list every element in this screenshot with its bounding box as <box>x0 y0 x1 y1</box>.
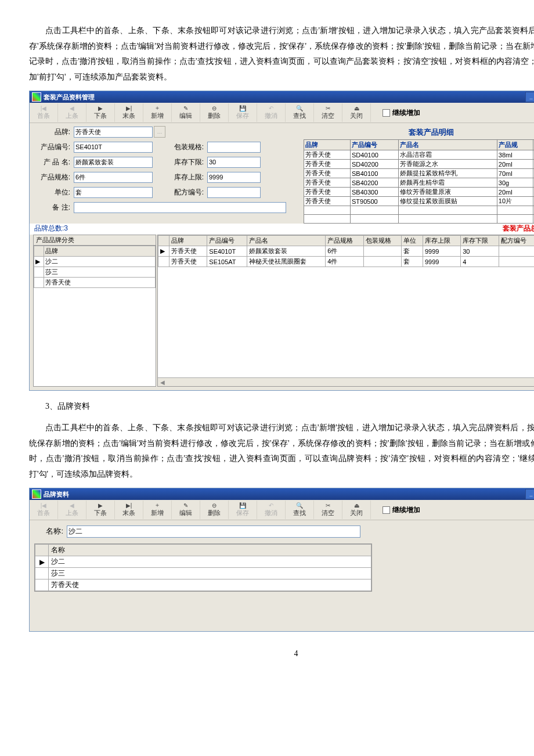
toolbar-label: 首条 <box>37 509 50 517</box>
scrollbar[interactable]: ◀ <box>158 377 534 386</box>
lookup-button[interactable]: … <box>154 126 165 138</box>
continue-add-checkbox[interactable]: 继续增加 <box>383 505 420 515</box>
list-item[interactable]: ▶沙二 <box>34 257 156 267</box>
toolbar-下条[interactable]: ▶下条 <box>86 103 115 122</box>
brand-total: 品牌总数:3 <box>34 224 68 233</box>
toolbar-关闭[interactable]: ⏏关闭 <box>342 501 371 519</box>
list-item[interactable]: 莎三 <box>34 267 156 278</box>
table-row[interactable]: ▶芳香天使SE4010T娇颜紧致套装6件套999930 <box>158 246 535 257</box>
toolbar-icon: ⏏ <box>352 105 360 111</box>
label-code: 产品编号: <box>33 142 74 152</box>
toolbar-icon: ◀ <box>68 105 76 111</box>
checkbox-label: 继续增加 <box>392 505 420 515</box>
toolbar-label: 下条 <box>94 509 107 517</box>
table-row[interactable]: 芳香天使SB40300修纹芳香能量原液20ml1 <box>304 188 535 197</box>
toolbar-label: 删除 <box>208 111 221 120</box>
toolbar-label: 上条 <box>66 509 78 517</box>
toolbar-label: 撤消 <box>265 111 277 120</box>
input-formula[interactable] <box>207 187 261 198</box>
minimize-button[interactable]: _ <box>525 92 534 102</box>
toolbar-icon: ＋ <box>153 502 161 508</box>
input-brand[interactable] <box>74 127 153 138</box>
toolbar-icon: ↶ <box>267 105 275 111</box>
page-number: 4 <box>29 649 534 658</box>
input-min[interactable] <box>207 157 261 168</box>
list-item[interactable]: 芳香天使 <box>34 278 156 288</box>
list-item[interactable]: 芳香天使 <box>35 579 371 591</box>
toolbar-编辑[interactable]: ✎编辑 <box>172 501 200 519</box>
detail-title: 套装产品明细 <box>304 125 534 139</box>
label-max: 库存上限: <box>167 172 207 182</box>
toolbar-末条[interactable]: ▶|末条 <box>115 103 143 122</box>
paragraph-2: 点击工具栏中的首条、上条、下条、末条按钮即可对该记录进行浏览；点击'新增'按钮，… <box>29 420 534 482</box>
toolbar-icon: ⏏ <box>352 502 360 508</box>
label-spec: 产品规格: <box>33 172 74 182</box>
toolbar-清空[interactable]: ✂清空 <box>314 501 342 519</box>
table-row[interactable]: 芳香天使SD40200芳香能源之水20ml1 <box>304 160 535 169</box>
input-remark[interactable] <box>74 202 286 213</box>
list-item[interactable]: 莎三 <box>35 568 371 579</box>
input-code[interactable] <box>74 142 153 153</box>
brand-list-caption: 产品品牌分类 <box>34 235 156 246</box>
table-row[interactable]: 芳香天使ST90500修纹提拉紧致面膜贴10片1 <box>304 197 535 206</box>
toolbar-清空[interactable]: ✂清空 <box>314 103 342 122</box>
toolbar-末条[interactable]: ▶|末条 <box>115 501 143 519</box>
toolbar-icon: 💾 <box>239 502 247 508</box>
toolbar-label: 查找 <box>293 111 306 120</box>
toolbar-icon: ✎ <box>182 105 190 111</box>
toolbar-icon: ⊖ <box>210 502 218 508</box>
toolbar-新增[interactable]: ＋新增 <box>143 103 172 122</box>
toolbar-icon: ＋ <box>153 105 161 111</box>
table-row[interactable]: 芳香天使SB40100娇颜提拉紧致精华乳70ml1 <box>304 169 535 178</box>
toolbar: |◀首条◀上条▶下条▶|末条＋新增✎编辑⊖删除💾保存↶撤消🔍查找✂清空⏏关闭继续… <box>30 500 534 520</box>
toolbar-撤消: ↶撤消 <box>257 501 286 519</box>
toolbar-下条[interactable]: ▶下条 <box>86 501 115 519</box>
toolbar-icon: ▶| <box>125 502 133 508</box>
input-spec[interactable] <box>74 172 153 183</box>
paragraph-1: 点击工具栏中的首条、上条、下条、末条按钮即可对该记录进行浏览；点击'新增'按钮，… <box>29 23 534 85</box>
titlebar[interactable]: 套装产品资料管理 _ ❐ ✕ <box>30 91 534 103</box>
titlebar[interactable]: 品牌资料 _ ❐ ✕ <box>30 488 534 500</box>
toolbar-label: 查找 <box>293 509 306 517</box>
toolbar-label: 撤消 <box>265 509 277 517</box>
input-max[interactable] <box>207 172 261 183</box>
list-item[interactable]: ▶沙二 <box>35 556 371 568</box>
input-pack[interactable] <box>207 142 261 153</box>
toolbar-撤消: ↶撤消 <box>257 103 286 122</box>
table-row[interactable]: 芳香天使SE105AT神秘天使祛黑眼圈套4件套99994 <box>158 257 535 267</box>
toolbar-label: 保存 <box>236 509 249 517</box>
label-formula: 配方编号: <box>167 188 207 197</box>
toolbar-查找[interactable]: 🔍查找 <box>286 103 314 122</box>
toolbar-icon: ⊖ <box>210 105 218 111</box>
checkbox-label: 继续增加 <box>392 108 420 118</box>
input-unit[interactable] <box>74 187 153 198</box>
toolbar-icon: ▶ <box>96 502 104 508</box>
table-row[interactable]: 芳香天使SD40100水晶洁容霜38ml1 <box>304 150 535 160</box>
toolbar-icon: 🔍 <box>295 502 304 508</box>
app-window-set-product: 套装产品资料管理 _ ❐ ✕ |◀首条◀上条▶下条▶|末条＋新增✎编辑⊖删除💾保… <box>29 91 534 391</box>
toolbar-首条: |◀首条 <box>30 501 58 519</box>
toolbar-label: 下条 <box>94 111 107 120</box>
toolbar-查找[interactable]: 🔍查找 <box>286 501 314 519</box>
toolbar-label: 保存 <box>236 111 249 120</box>
toolbar-新增[interactable]: ＋新增 <box>143 501 172 519</box>
toolbar-icon: ✂ <box>324 502 332 508</box>
brand-list[interactable]: 产品品牌分类 品牌▶沙二莎三芳香天使 <box>33 235 156 387</box>
minimize-button[interactable]: _ <box>525 489 534 499</box>
toolbar-icon: |◀ <box>39 105 48 111</box>
toolbar-编辑[interactable]: ✎编辑 <box>172 103 200 122</box>
toolbar-删除[interactable]: ⊖删除 <box>200 103 229 122</box>
section-3-heading: 3、品牌资料 <box>29 399 534 415</box>
checkbox-icon <box>383 109 390 117</box>
toolbar-icon: ▶ <box>96 105 104 111</box>
brand-list[interactable]: 名称▶沙二莎三芳香天使 <box>34 543 372 592</box>
set-list[interactable]: 品牌产品编号产品名产品规格包装规格单位库存上限库存下限配方编号备注▶芳香天使SE… <box>157 235 534 387</box>
toolbar-删除[interactable]: ⊖删除 <box>200 501 229 519</box>
table-row[interactable]: 芳香天使SB40200娇颜再生精华霜30g1 <box>304 178 535 188</box>
toolbar-label: 末条 <box>122 111 135 120</box>
continue-add-checkbox[interactable]: 继续增加 <box>383 108 420 118</box>
label-brand: 品牌: <box>33 127 74 137</box>
toolbar-关闭[interactable]: ⏏关闭 <box>342 103 371 122</box>
input-name[interactable] <box>74 157 153 168</box>
input-name[interactable] <box>67 525 360 538</box>
